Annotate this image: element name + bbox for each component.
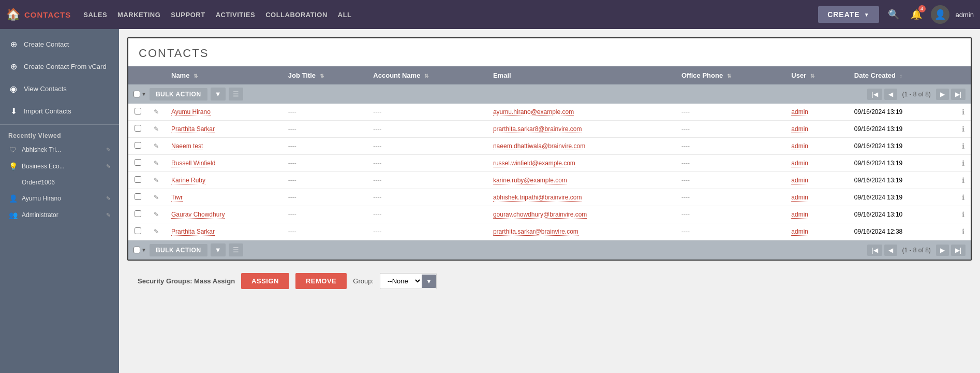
row-info-6[interactable]: ℹ xyxy=(956,206,971,223)
header-user[interactable]: User ⇅ xyxy=(785,66,848,84)
contact-name-link-4[interactable]: Karine Ruby xyxy=(171,177,205,184)
select-checkbox-bottom[interactable]: ▼ xyxy=(133,247,146,253)
bulk-action-button-bottom[interactable]: BULK ACTION xyxy=(150,244,207,256)
header-name[interactable]: Name ⇅ xyxy=(165,66,282,84)
recent-item-abhishek[interactable]: 🛡 Abhishek Tri... ✎ xyxy=(0,141,119,158)
edit-pencil-icon[interactable]: ✎ xyxy=(154,160,159,167)
header-office-phone[interactable]: Office Phone ⇅ xyxy=(675,66,785,84)
email-link-0[interactable]: ayumu.hirano@example.com xyxy=(493,108,574,116)
columns-button-top[interactable]: ☰ xyxy=(229,88,243,101)
row-name-7[interactable]: Prarthita Sarkar xyxy=(165,223,282,240)
row-user-4[interactable]: admin xyxy=(785,172,848,189)
search-button[interactable]: 🔍 xyxy=(885,6,902,23)
nav-link-activities[interactable]: ACTIVITIES xyxy=(216,11,256,19)
header-job-title[interactable]: Job Title ⇅ xyxy=(282,66,367,84)
email-link-6[interactable]: gourav.chowdhury@brainvire.com xyxy=(493,211,587,219)
row-checkbox-6[interactable] xyxy=(128,206,147,223)
edit-pencil-icon[interactable]: ✎ xyxy=(154,177,159,184)
edit-pencil-icon[interactable]: ✎ xyxy=(154,142,159,150)
filter-button-top[interactable]: ▼ xyxy=(211,88,226,101)
row-email-4[interactable]: karine.ruby@example.com xyxy=(487,172,675,189)
edit-icon-abhishek[interactable]: ✎ xyxy=(106,147,111,153)
contact-name-link-6[interactable]: Gaurav Chowdhury xyxy=(171,211,225,219)
nav-brand[interactable]: CONTACTS xyxy=(24,10,71,19)
edit-pencil-icon[interactable]: ✎ xyxy=(154,125,159,133)
group-select-arrow-icon[interactable]: ▼ xyxy=(422,275,436,288)
row-edit-6[interactable]: ✎ xyxy=(147,206,165,223)
row-checkbox-7[interactable] xyxy=(128,223,147,240)
row-checkbox-2[interactable] xyxy=(128,138,147,155)
user-link-4[interactable]: admin xyxy=(791,177,808,184)
select-checkbox-top[interactable]: ▼ xyxy=(133,91,146,97)
edit-pencil-icon[interactable]: ✎ xyxy=(154,211,159,218)
row-name-5[interactable]: Tiwr xyxy=(165,189,282,206)
email-link-4[interactable]: karine.ruby@example.com xyxy=(493,177,567,184)
email-link-5[interactable]: abhishek.tripathi@brainvire.com xyxy=(493,194,582,202)
email-link-3[interactable]: russel.winfield@example.com xyxy=(493,160,575,167)
row-info-1[interactable]: ℹ xyxy=(956,121,971,138)
contact-name-link-5[interactable]: Tiwr xyxy=(171,194,183,202)
row-user-6[interactable]: admin xyxy=(785,206,848,223)
row-info-5[interactable]: ℹ xyxy=(956,189,971,206)
row-email-5[interactable]: abhishek.tripathi@brainvire.com xyxy=(487,189,675,206)
user-link-5[interactable]: admin xyxy=(791,194,808,202)
select-dropdown-arrow-bottom[interactable]: ▼ xyxy=(141,247,146,253)
first-page-btn-top[interactable]: |◀ xyxy=(867,89,882,100)
sidebar-item-view-contacts[interactable]: ◉ View Contacts xyxy=(0,78,119,100)
header-account-name[interactable]: Account Name ⇅ xyxy=(367,66,487,84)
contact-name-link-0[interactable]: Ayumu Hirano xyxy=(171,108,211,116)
user-link-6[interactable]: admin xyxy=(791,211,808,219)
row-checkbox-0[interactable] xyxy=(128,104,147,121)
user-link-0[interactable]: admin xyxy=(791,108,808,116)
select-dropdown-arrow-top[interactable]: ▼ xyxy=(141,91,146,97)
row-info-3[interactable]: ℹ xyxy=(956,155,971,172)
sidebar-item-import-contacts[interactable]: ⬇ Import Contacts xyxy=(0,100,119,122)
edit-pencil-icon[interactable]: ✎ xyxy=(154,108,159,116)
row-email-6[interactable]: gourav.chowdhury@brainvire.com xyxy=(487,206,675,223)
row-checkbox-1[interactable] xyxy=(128,121,147,138)
recent-item-ayumu[interactable]: 👤 Ayumu Hirano ✎ xyxy=(0,190,119,207)
row-info-4[interactable]: ℹ xyxy=(956,172,971,189)
row-name-1[interactable]: Prarthita Sarkar xyxy=(165,121,282,138)
row-edit-4[interactable]: ✎ xyxy=(147,172,165,189)
last-page-btn-top[interactable]: ▶| xyxy=(951,89,966,100)
row-info-2[interactable]: ℹ xyxy=(956,138,971,155)
user-link-1[interactable]: admin xyxy=(791,125,808,133)
contact-name-link-3[interactable]: Russell Winfield xyxy=(171,160,215,167)
next-page-btn-bottom[interactable]: ▶ xyxy=(936,245,949,256)
row-edit-5[interactable]: ✎ xyxy=(147,189,165,206)
row-user-0[interactable]: admin xyxy=(785,104,848,121)
bulk-action-button-top[interactable]: BULK ACTION xyxy=(150,88,207,101)
edit-pencil-icon[interactable]: ✎ xyxy=(154,228,159,235)
info-icon-4[interactable]: ℹ xyxy=(962,176,964,184)
remove-button[interactable]: REMOVE xyxy=(295,273,347,289)
row-email-3[interactable]: russel.winfield@example.com xyxy=(487,155,675,172)
next-page-btn-top[interactable]: ▶ xyxy=(936,89,949,100)
info-icon-0[interactable]: ℹ xyxy=(962,108,964,116)
contact-name-link-2[interactable]: Naeem test xyxy=(171,142,203,150)
nav-link-all[interactable]: ALL xyxy=(338,11,352,19)
info-icon-1[interactable]: ℹ xyxy=(962,125,964,133)
recent-item-order[interactable]: Order#1006 xyxy=(0,175,119,190)
row-name-0[interactable]: Ayumu Hirano xyxy=(165,104,282,121)
edit-icon-business[interactable]: ✎ xyxy=(106,163,111,170)
info-icon-3[interactable]: ℹ xyxy=(962,159,964,167)
email-link-2[interactable]: naeem.dhattiwala@brainvire.com xyxy=(493,142,585,150)
row-user-7[interactable]: admin xyxy=(785,223,848,240)
select-all-checkbox-bottom[interactable] xyxy=(133,247,140,253)
edit-icon-administrator[interactable]: ✎ xyxy=(106,212,111,219)
row-edit-7[interactable]: ✎ xyxy=(147,223,165,240)
create-button[interactable]: CREATE ▼ xyxy=(818,6,879,23)
sidebar-item-create-from-vcard[interactable]: ⊕ Create Contact From vCard xyxy=(0,55,119,78)
recent-item-administrator[interactable]: 👥 Administrator ✎ xyxy=(0,207,119,223)
group-select[interactable]: --None xyxy=(380,274,422,289)
row-checkbox-4[interactable] xyxy=(128,172,147,189)
contact-name-link-1[interactable]: Prarthita Sarkar xyxy=(171,125,215,133)
row-edit-3[interactable]: ✎ xyxy=(147,155,165,172)
first-page-btn-bottom[interactable]: |◀ xyxy=(867,245,882,256)
row-edit-0[interactable]: ✎ xyxy=(147,104,165,121)
header-email[interactable]: Email xyxy=(487,66,675,84)
edit-pencil-icon[interactable]: ✎ xyxy=(154,194,159,201)
nav-link-collaboration[interactable]: COLLABORATION xyxy=(265,11,328,19)
row-email-0[interactable]: ayumu.hirano@example.com xyxy=(487,104,675,121)
